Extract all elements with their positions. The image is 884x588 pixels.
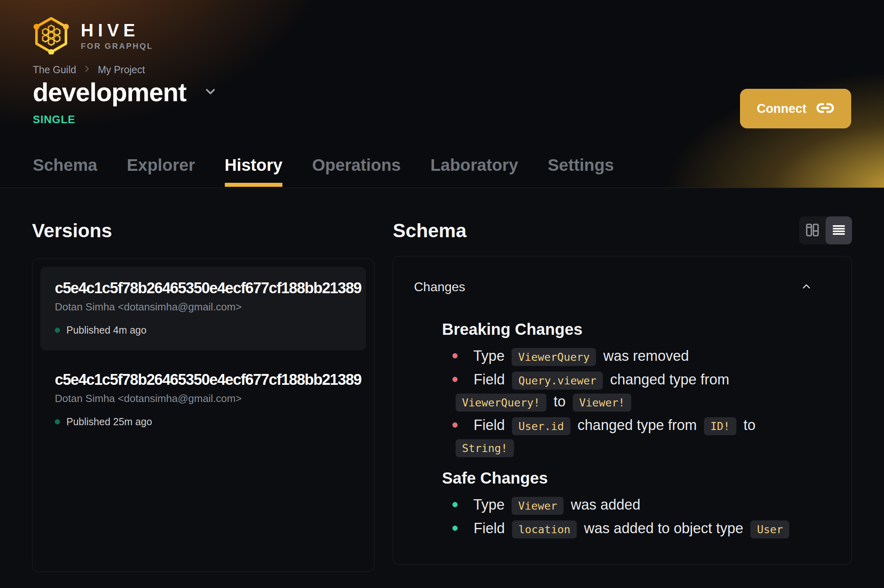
split-view-button[interactable] (799, 216, 826, 244)
tab-operations[interactable]: Operations (312, 156, 401, 188)
change-item: Type Viewer was added (452, 494, 815, 516)
hive-logo-icon (33, 16, 70, 56)
versions-title: Versions (32, 220, 112, 242)
brand-tagline: FOR GRAPHQL (81, 42, 153, 51)
code-chip: User (750, 520, 789, 538)
bullet-dot-icon (452, 526, 458, 531)
link-icon (816, 99, 834, 118)
main-content: Versions c5e4c1c5f78b26465350e4ecf677cf1… (0, 188, 884, 572)
changes-box: Changes Breaking Changes Type ViewerQuer… (393, 256, 852, 565)
tab-bar: SchemaExplorerHistoryOperationsLaborator… (33, 156, 614, 188)
tab-schema[interactable]: Schema (33, 156, 97, 188)
published-dot-icon (55, 419, 60, 424)
published-dot-icon (55, 328, 60, 333)
code-chip: Viewer! (573, 394, 631, 412)
breadcrumb-org[interactable]: The Guild (33, 64, 76, 76)
bullet-dot-icon (452, 502, 458, 507)
bullet-dot-icon (452, 377, 458, 382)
change-item: Type ViewerQuery was removed (452, 346, 815, 368)
brand[interactable]: HIVE FOR GRAPHQL (33, 16, 153, 56)
change-item: Field User.id changed type from ID! to S… (452, 415, 815, 459)
view-toggle (799, 216, 852, 244)
versions-panel: Versions c5e4c1c5f78b26465350e4ecf677cf1… (32, 208, 374, 572)
breadcrumb: The Guild My Project (33, 64, 145, 76)
schema-title: Schema (393, 220, 466, 242)
bullet-dot-icon (452, 353, 458, 358)
target-mode-badge: SINGLE (33, 114, 76, 126)
version-author: Dotan Simha <dotansimha@gmail.com> (55, 301, 352, 313)
code-chip: String! (456, 439, 514, 457)
change-group-title: Safe Changes (442, 469, 815, 487)
tab-laboratory[interactable]: Laboratory (430, 156, 518, 188)
changes-section-label: Changes (414, 280, 465, 294)
target-selector-chevron-down-icon[interactable] (203, 84, 218, 100)
chevron-up-icon (800, 280, 812, 294)
code-chip: ID! (704, 417, 736, 435)
code-chip: Query.viewer (512, 372, 603, 390)
code-chip: location (512, 520, 577, 538)
connect-button[interactable]: Connect (740, 89, 851, 128)
page-header: HIVE FOR GRAPHQL The Guild My Project de… (0, 0, 884, 188)
tab-settings[interactable]: Settings (548, 156, 614, 188)
change-item: Field Query.viewer changed type from Vie… (452, 369, 815, 413)
chevron-right-icon (82, 64, 91, 76)
version-hash: c5e4c1c5f78b26465350e4ecf677cf188bb21389 (55, 371, 352, 388)
columns-icon (804, 222, 820, 239)
schema-panel: Schema (393, 208, 852, 572)
change-list: Type Viewer was added Field location was… (442, 494, 815, 540)
list-view-button[interactable] (826, 216, 852, 244)
version-card[interactable]: c5e4c1c5f78b26465350e4ecf677cf188bb21389… (40, 358, 366, 442)
code-chip: ViewerQuery! (456, 394, 546, 412)
change-list: Type ViewerQuery was removed Field Query… (442, 346, 815, 459)
brand-name: HIVE (81, 22, 153, 39)
version-status: Published 4m ago (55, 324, 352, 336)
bullet-dot-icon (452, 422, 458, 428)
version-status: Published 25m ago (55, 416, 352, 428)
changes-body: Breaking Changes Type ViewerQuery was re… (442, 320, 815, 540)
connect-button-label: Connect (757, 102, 806, 116)
change-group-safe: Safe Changes Type Viewer was added Field… (442, 469, 815, 540)
change-item: Field location was added to object type … (452, 518, 815, 540)
code-chip: User.id (512, 417, 570, 435)
collapse-changes-button[interactable] (800, 280, 831, 294)
version-status-text: Published 4m ago (66, 324, 146, 336)
version-hash: c5e4c1c5f78b26465350e4ecf677cf188bb21389 (55, 280, 352, 297)
breadcrumb-project[interactable]: My Project (98, 64, 145, 76)
page-title: development (33, 78, 186, 106)
version-list: c5e4c1c5f78b26465350e4ecf677cf188bb21389… (32, 258, 374, 572)
tab-history[interactable]: History (225, 156, 283, 188)
code-chip: Viewer (512, 497, 564, 515)
tab-explorer[interactable]: Explorer (127, 156, 195, 188)
change-group-breaking: Breaking Changes Type ViewerQuery was re… (442, 320, 815, 459)
change-group-title: Breaking Changes (442, 320, 815, 338)
brand-text: HIVE FOR GRAPHQL (81, 22, 153, 51)
version-status-text: Published 25m ago (66, 416, 152, 428)
code-chip: ViewerQuery (512, 348, 596, 366)
list-lines-icon (831, 222, 847, 239)
version-author: Dotan Simha <dotansimha@gmail.com> (55, 392, 352, 405)
version-card[interactable]: c5e4c1c5f78b26465350e4ecf677cf188bb21389… (40, 267, 366, 350)
